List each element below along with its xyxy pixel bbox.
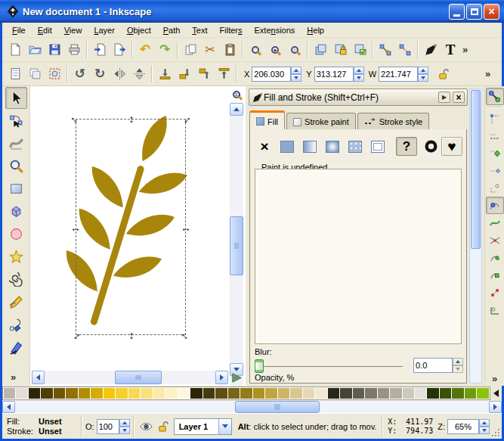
ungroup-objects-button[interactable] bbox=[395, 40, 415, 60]
palette-swatch[interactable] bbox=[178, 388, 190, 399]
palette-swatch[interactable] bbox=[278, 388, 289, 399]
snap-to-paths-button[interactable] bbox=[486, 214, 504, 231]
snap-bbox-edges-button[interactable] bbox=[486, 127, 504, 144]
palette-swatch[interactable] bbox=[228, 388, 240, 399]
snap-bounding-box-button[interactable] bbox=[486, 110, 504, 127]
zoom-to-selection-button[interactable]: ⬚ bbox=[246, 40, 265, 60]
zoom-to-drawing-button[interactable]: ◆ bbox=[265, 40, 285, 60]
save-document-button[interactable] bbox=[45, 40, 64, 60]
scale-handle-n[interactable]: ↕ bbox=[125, 113, 138, 125]
menu-item-help[interactable]: Help bbox=[301, 24, 329, 36]
paste-button[interactable] bbox=[220, 40, 240, 60]
tool-3d-box[interactable] bbox=[5, 200, 27, 222]
menu-item-extensions[interactable]: Extensions bbox=[249, 24, 301, 36]
maximize-button[interactable] bbox=[466, 4, 482, 20]
palette-swatch[interactable] bbox=[190, 388, 202, 399]
flip-horizontal-button[interactable] bbox=[110, 64, 129, 84]
palette-swatch[interactable] bbox=[390, 388, 401, 399]
cut-button[interactable]: ✂ bbox=[200, 40, 220, 60]
palette-swatch[interactable] bbox=[104, 388, 115, 399]
close-button[interactable]: × bbox=[484, 4, 499, 20]
tool-bezier-pen[interactable] bbox=[5, 314, 27, 336]
palette-swatch[interactable] bbox=[303, 388, 314, 399]
snap-overflow-button[interactable]: » bbox=[490, 373, 499, 384]
snap-to-smooth-nodes-button[interactable] bbox=[486, 266, 504, 284]
dialog-menu-button[interactable]: ▶ bbox=[438, 92, 450, 103]
zoom-to-page-button[interactable]: ▯ bbox=[285, 40, 305, 60]
scale-handle-w[interactable]: ↔ bbox=[70, 222, 82, 234]
scale-handle-sw[interactable]: ↔ bbox=[67, 327, 85, 344]
width-spinner[interactable] bbox=[418, 67, 428, 82]
dock-scrollbar[interactable] bbox=[469, 89, 482, 384]
minimize-button[interactable] bbox=[449, 4, 465, 20]
palette-swatch[interactable] bbox=[54, 388, 65, 399]
scroll-up-button[interactable] bbox=[230, 103, 243, 116]
palette-swatch[interactable] bbox=[465, 388, 476, 399]
select-all-button[interactable] bbox=[5, 64, 25, 84]
unlink-clone-button[interactable] bbox=[350, 40, 369, 60]
snap-nodes-button[interactable] bbox=[486, 197, 504, 214]
dialog-close-button[interactable]: × bbox=[453, 92, 465, 103]
canvas-vertical-scrollbar[interactable] bbox=[230, 103, 243, 386]
palette-swatch[interactable] bbox=[240, 388, 252, 399]
tool-zoom[interactable] bbox=[5, 155, 27, 177]
flip-vertical-button[interactable] bbox=[129, 64, 149, 84]
palette-swatch[interactable] bbox=[365, 388, 376, 399]
palette-swatch[interactable] bbox=[353, 388, 364, 399]
vertical-scroll-thumb[interactable] bbox=[230, 216, 243, 275]
snap-others-button[interactable] bbox=[486, 301, 504, 318]
snap-path-intersections-button[interactable] bbox=[486, 231, 504, 249]
layer-dropdown-button[interactable] bbox=[218, 419, 231, 434]
snap-bbox-centers-button[interactable] bbox=[486, 179, 504, 197]
palette-swatch[interactable] bbox=[116, 388, 127, 399]
palette-scrollbar[interactable] bbox=[2, 401, 502, 413]
snap-bbox-corners-button[interactable] bbox=[486, 144, 504, 162]
open-document-button[interactable] bbox=[25, 40, 45, 60]
tool-tweak[interactable] bbox=[5, 132, 27, 154]
palette-swatch[interactable] bbox=[440, 388, 451, 399]
palette-swatch[interactable] bbox=[165, 388, 177, 399]
palette-swatch[interactable] bbox=[452, 388, 463, 399]
tool-node-editor[interactable] bbox=[5, 110, 27, 132]
fill-swatch-button[interactable] bbox=[367, 137, 388, 156]
zoom-spinner[interactable] bbox=[479, 419, 490, 434]
new-document-button[interactable] bbox=[5, 40, 25, 60]
palette-swatch[interactable] bbox=[66, 388, 77, 399]
tab-stroke-paint[interactable]: Stroke paint bbox=[286, 113, 356, 130]
window-resize-grip[interactable] bbox=[491, 428, 500, 437]
palette-swatch[interactable] bbox=[378, 388, 389, 399]
scale-handle-ne[interactable]: ↔ bbox=[178, 110, 195, 128]
palette-left-arrow-icon[interactable] bbox=[493, 390, 499, 397]
lower-button[interactable] bbox=[175, 64, 194, 84]
tool-rectangle[interactable] bbox=[5, 178, 27, 200]
menu-item-edit[interactable]: Edit bbox=[32, 24, 57, 36]
raise-to-top-button[interactable] bbox=[214, 64, 233, 84]
palette-swatch[interactable] bbox=[215, 388, 227, 399]
dock-scroll-thumb[interactable] bbox=[471, 90, 481, 249]
x-spinner[interactable] bbox=[291, 67, 301, 82]
zoom-input[interactable] bbox=[447, 419, 479, 434]
tab-fill[interactable]: Fill bbox=[249, 110, 285, 130]
undo-button[interactable]: ↶ bbox=[135, 40, 155, 60]
current-layer-select[interactable]: Layer 1 bbox=[174, 418, 232, 435]
rotate-90-ccw-button[interactable]: ↺ bbox=[70, 64, 90, 84]
menu-item-layer[interactable]: Layer bbox=[88, 24, 120, 36]
fill-rule-evenodd-button[interactable] bbox=[422, 137, 440, 156]
copy-button[interactable] bbox=[181, 40, 200, 60]
group-objects-button[interactable] bbox=[376, 40, 395, 60]
palette-swatch[interactable] bbox=[265, 388, 277, 399]
scale-handle-s[interactable]: ↕ bbox=[125, 329, 138, 341]
x-coordinate-input[interactable] bbox=[252, 67, 291, 82]
toolbox-overflow-button[interactable]: » bbox=[8, 371, 18, 383]
menu-item-object[interactable]: Object bbox=[122, 24, 156, 36]
palette-swatch[interactable] bbox=[153, 388, 165, 399]
fill-none-button[interactable]: × bbox=[254, 137, 275, 156]
blur-value-input[interactable] bbox=[413, 358, 453, 373]
scale-handle-se[interactable]: ↔ bbox=[178, 327, 195, 344]
palette-swatch[interactable] bbox=[427, 388, 438, 399]
layer-visibility-toggle[interactable] bbox=[140, 421, 153, 432]
menu-item-text[interactable]: Text bbox=[187, 24, 212, 36]
scroll-right-button[interactable] bbox=[215, 371, 228, 384]
tool-controls-overflow-button[interactable]: » bbox=[483, 68, 493, 79]
tool-spiral[interactable] bbox=[5, 269, 27, 290]
